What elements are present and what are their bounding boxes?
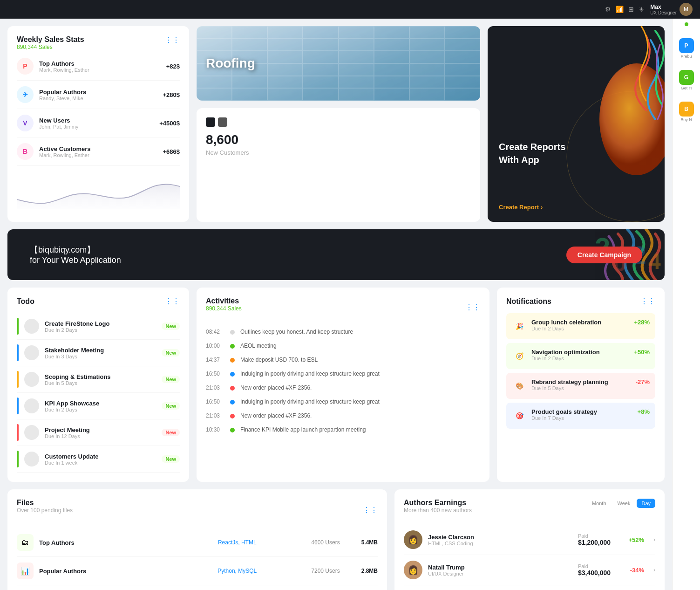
list-item: 14:37 Make deposit USD 700. to ESL: [206, 353, 480, 367]
act-dot: [230, 414, 235, 418]
list-item: 21:03 New order placed #XF-2356.: [206, 381, 480, 395]
stat-icon: V: [17, 115, 34, 131]
act-dot: [230, 344, 235, 349]
stat-name: Popular Authors: [39, 89, 157, 96]
list-item: 🎉 Group lunch celebration Due In 2 Days …: [506, 313, 655, 339]
files-menu[interactable]: ⋮⋮: [363, 506, 378, 515]
tab-day[interactable]: Day: [637, 499, 655, 508]
files-list: 🗂 Top Authors ReactJs, HTML 4600 Users 5…: [17, 528, 378, 590]
todo-name: Create FireStone Logo: [45, 320, 156, 327]
tab-month[interactable]: Month: [587, 499, 611, 508]
stat-name: Active Customers: [39, 145, 157, 152]
files-subtitle: Over 100 pending files: [17, 507, 73, 514]
list-item: 👩 Natali Trump UI/UX Designer Paid $3,40…: [404, 555, 655, 585]
stat-value: +280$: [163, 91, 180, 98]
list-item: 🎯 Product goals strategy Due In 7 Days +…: [506, 403, 655, 429]
main-container: Weekly Sales Stats 890,344 Sales ⋮⋮ P To…: [0, 19, 700, 590]
todo-info: Stakeholder Meeting Due In 3 Days: [45, 347, 156, 359]
todo-name: Scoping & Estimations: [45, 373, 156, 380]
notif-icon: 🎯: [512, 408, 527, 423]
list-item: KPI App Showcase Due In 2 Days New: [17, 393, 180, 419]
todo-bar: [17, 344, 19, 361]
todo-due: Due In 3 Days: [45, 354, 156, 359]
right-panel-item-geth[interactable]: G Get H: [677, 67, 696, 93]
file-name: Popular Authors: [39, 568, 168, 575]
author-arrow-icon[interactable]: ›: [653, 536, 655, 543]
author-change: -34%: [616, 567, 644, 574]
stat-item: V New Users John, Pat, Jimmy +4500$: [17, 109, 180, 137]
todo-menu[interactable]: ⋮⋮: [165, 297, 180, 306]
list-item: 👨 Kevin Leonard Art Director Paid $35,60…: [404, 585, 655, 590]
file-name: Top Authors: [39, 539, 168, 546]
todo-badge: New: [162, 349, 180, 357]
todo-badge: New: [162, 402, 180, 410]
act-text: Outlines keep you honest. And keep struc…: [240, 329, 480, 335]
notifications-card: Notifications ⋮⋮ 🎉 Group lunch celebrati…: [497, 288, 665, 482]
todo-bar: [17, 371, 19, 388]
todo-due: Due In 2 Days: [45, 327, 156, 333]
roofing-card: Roofing: [197, 26, 480, 101]
notif-info: Rebrand strategy planning Due In 5 Days: [531, 378, 631, 391]
act-text: AEOL meeting: [240, 343, 480, 349]
notif-info: Group lunch celebration Due In 2 Days: [531, 319, 629, 331]
grid-icon[interactable]: ⊞: [628, 6, 634, 13]
files-title: Files: [17, 499, 73, 507]
act-dot: [230, 372, 235, 377]
notifications-list: 🎉 Group lunch celebration Due In 2 Days …: [506, 313, 655, 429]
list-item: Customers Update Due In 1 week New: [17, 446, 180, 473]
todo-badge: New: [162, 429, 180, 436]
file-size: 5.4MB: [350, 539, 378, 546]
activities-card: Activities 890,344 Sales ⋮⋮ 08:42 Outlin…: [197, 288, 489, 482]
todo-badge: New: [162, 322, 180, 330]
create-campaign-button[interactable]: Create Campaign: [566, 247, 642, 263]
right-panel-item-prebu[interactable]: P Prebu: [677, 35, 696, 62]
right-panel-item-buyn[interactable]: B Buy N: [677, 99, 696, 125]
notifications-menu[interactable]: ⋮⋮: [640, 297, 655, 306]
todo-avatar: [24, 425, 39, 440]
earnings-subtitle: More than 400 new authors: [404, 507, 472, 514]
todo-due: Due In 1 week: [45, 460, 156, 466]
new-customers-label: New Customers: [206, 149, 471, 156]
notif-info: Product goals strategy Due In 7 Days: [531, 408, 633, 421]
notif-icon: 🎨: [512, 378, 527, 393]
building-visual: Roofing: [197, 26, 480, 101]
search-icon[interactable]: ⚙: [605, 6, 611, 13]
avatar[interactable]: M: [680, 3, 693, 16]
todo-avatar: [24, 345, 39, 360]
notif-icon: 🎉: [512, 319, 527, 334]
file-tech: Python, MySQL: [173, 568, 302, 574]
todo-info: KPI App Showcase Due In 2 Days: [45, 400, 156, 412]
signal-icon[interactable]: 📶: [616, 6, 624, 13]
act-dot: [230, 428, 235, 432]
notif-icon: 🧭: [512, 349, 527, 364]
list-item: 21:03 New order placed #XF-2356.: [206, 409, 480, 423]
act-text: New order placed #XF-2356.: [240, 384, 480, 391]
author-info: Natali Trump UI/UX Designer: [428, 564, 572, 576]
todo-badge: New: [162, 376, 180, 383]
activities-list: 08:42 Outlines keep you honest. And keep…: [206, 325, 480, 437]
author-info: Jessie Clarcson HTML, CSS Coding: [428, 534, 572, 546]
todo-name: Stakeholder Meeting: [45, 347, 156, 354]
notif-due: Due In 7 Days: [531, 415, 633, 421]
act-dot: [230, 386, 235, 391]
weekly-stats-menu[interactable]: ⋮⋮: [165, 35, 180, 44]
list-item: Scoping & Estimations Due In 5 Days New: [17, 366, 180, 393]
activities-menu[interactable]: ⋮⋮: [465, 303, 480, 312]
paid-section: Paid $3,400,000: [578, 563, 611, 576]
notif-title: Product goals strategy: [531, 408, 633, 415]
theme-icon[interactable]: ☀: [639, 6, 645, 13]
todo-avatar: [24, 452, 39, 467]
author-avatar: 👩: [404, 561, 422, 579]
earnings-title: Authors Earnings: [404, 499, 472, 507]
campaign-banner: 【biqubiqу.com】 for Your Web Application …: [7, 229, 665, 280]
campaign-domain: 【biqubiqу.com】: [30, 244, 121, 255]
file-users: 4600 Users: [307, 539, 344, 546]
author-arrow-icon[interactable]: ›: [653, 567, 655, 573]
tab-week[interactable]: Week: [613, 499, 635, 508]
list-item: 📊 Popular Authors Python, MySQL 7200 Use…: [17, 557, 378, 585]
act-time: 16:50: [206, 398, 224, 405]
act-time: 14:37: [206, 357, 224, 363]
todo-due: Due In 2 Days: [45, 407, 156, 412]
author-role: UI/UX Designer: [428, 571, 572, 576]
files-card: Files Over 100 pending files ⋮⋮ 🗂 Top Au…: [7, 489, 387, 590]
